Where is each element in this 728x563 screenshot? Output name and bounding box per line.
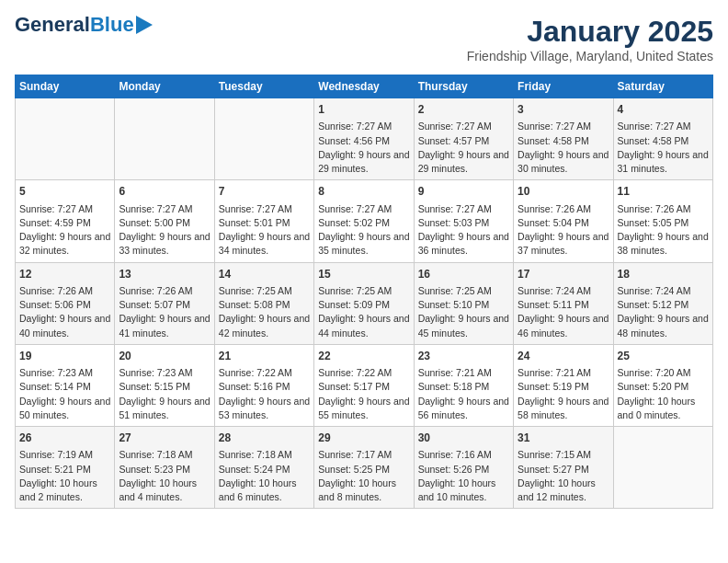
day-info: Daylight: 10 hours and 12 minutes.	[518, 477, 609, 504]
calendar-cell: 26Sunrise: 7:19 AMSunset: 5:21 PMDayligh…	[16, 427, 115, 509]
day-info: Sunrise: 7:21 AM	[518, 366, 609, 380]
page-header: GeneralBlue January 2025 Friendship Vill…	[15, 15, 713, 63]
day-info: Sunset: 4:58 PM	[518, 134, 609, 148]
day-number: 12	[19, 267, 110, 282]
logo-arrow-icon	[136, 16, 153, 34]
day-info: Sunset: 5:05 PM	[618, 216, 709, 230]
day-info: Sunset: 5:16 PM	[219, 380, 310, 394]
day-info: Sunrise: 7:27 AM	[19, 202, 110, 216]
day-number: 1	[318, 102, 409, 118]
day-number: 23	[418, 349, 509, 364]
day-info: Sunrise: 7:23 AM	[19, 366, 110, 380]
calendar-cell: 12Sunrise: 7:26 AMSunset: 5:06 PMDayligh…	[16, 262, 115, 344]
month-title: January 2025	[467, 15, 713, 49]
day-info: Daylight: 9 hours and 38 minutes.	[618, 230, 709, 258]
day-info: Sunrise: 7:20 AM	[618, 366, 709, 380]
calendar-table: SundayMondayTuesdayWednesdayThursdayFrid…	[15, 75, 713, 509]
day-info: Daylight: 9 hours and 31 minutes.	[618, 148, 709, 176]
day-info: Sunrise: 7:25 AM	[318, 284, 409, 298]
calendar-cell: 11Sunrise: 7:26 AMSunset: 5:05 PMDayligh…	[613, 180, 712, 262]
day-info: Sunset: 4:57 PM	[418, 134, 509, 148]
calendar-cell	[613, 427, 712, 509]
day-info: Sunset: 5:12 PM	[618, 298, 709, 312]
day-number: 27	[119, 431, 210, 446]
day-info: Sunrise: 7:23 AM	[119, 366, 210, 380]
day-info: Sunset: 5:09 PM	[318, 298, 409, 312]
day-info: Sunrise: 7:24 AM	[618, 284, 709, 298]
calendar-cell: 30Sunrise: 7:16 AMSunset: 5:26 PMDayligh…	[414, 427, 513, 509]
day-info: Daylight: 10 hours and 2 minutes.	[19, 477, 110, 504]
calendar-cell: 8Sunrise: 7:27 AMSunset: 5:02 PMDaylight…	[314, 180, 414, 262]
day-number: 4	[618, 102, 709, 118]
calendar-cell: 7Sunrise: 7:27 AMSunset: 5:01 PMDaylight…	[214, 180, 313, 262]
logo: GeneralBlue	[15, 15, 153, 35]
week-row-3: 12Sunrise: 7:26 AMSunset: 5:06 PMDayligh…	[16, 262, 713, 344]
day-info: Daylight: 9 hours and 58 minutes.	[518, 395, 609, 422]
day-info: Sunrise: 7:27 AM	[219, 202, 310, 216]
day-header-tuesday: Tuesday	[214, 75, 313, 98]
calendar-cell: 16Sunrise: 7:25 AMSunset: 5:10 PMDayligh…	[414, 262, 513, 344]
day-info: Sunrise: 7:19 AM	[19, 448, 110, 462]
day-info: Sunset: 5:15 PM	[119, 380, 210, 394]
day-info: Daylight: 10 hours and 10 minutes.	[418, 477, 509, 504]
day-info: Sunset: 5:14 PM	[19, 380, 110, 394]
day-number: 29	[318, 431, 409, 446]
calendar-cell: 9Sunrise: 7:27 AMSunset: 5:03 PMDaylight…	[414, 180, 513, 262]
calendar-cell: 31Sunrise: 7:15 AMSunset: 5:27 PMDayligh…	[514, 427, 613, 509]
day-number: 19	[19, 349, 110, 364]
calendar-cell: 17Sunrise: 7:24 AMSunset: 5:11 PMDayligh…	[514, 262, 613, 344]
day-info: Sunset: 5:21 PM	[19, 463, 110, 477]
day-number: 17	[518, 267, 609, 282]
logo-text: GeneralBlue	[15, 15, 134, 35]
day-number: 15	[318, 267, 409, 282]
day-info: Sunrise: 7:22 AM	[318, 366, 409, 380]
day-info: Sunset: 5:19 PM	[518, 380, 609, 394]
day-info: Sunset: 5:18 PM	[418, 380, 509, 394]
calendar-cell: 3Sunrise: 7:27 AMSunset: 4:58 PMDaylight…	[514, 98, 613, 180]
day-info: Sunrise: 7:27 AM	[418, 202, 509, 216]
calendar-cell: 13Sunrise: 7:26 AMSunset: 5:07 PMDayligh…	[115, 262, 214, 344]
day-number: 28	[219, 431, 310, 446]
week-row-2: 5Sunrise: 7:27 AMSunset: 4:59 PMDaylight…	[16, 180, 713, 262]
day-info: Sunrise: 7:17 AM	[318, 448, 409, 462]
calendar-cell: 28Sunrise: 7:18 AMSunset: 5:24 PMDayligh…	[214, 427, 313, 509]
day-info: Sunrise: 7:26 AM	[518, 202, 609, 216]
day-info: Daylight: 9 hours and 36 minutes.	[418, 230, 509, 258]
calendar-cell: 2Sunrise: 7:27 AMSunset: 4:57 PMDaylight…	[414, 98, 513, 180]
day-info: Sunrise: 7:21 AM	[418, 366, 509, 380]
day-info: Sunset: 5:08 PM	[219, 298, 310, 312]
week-row-4: 19Sunrise: 7:23 AMSunset: 5:14 PMDayligh…	[16, 344, 713, 426]
day-header-friday: Friday	[514, 75, 613, 98]
day-info: Daylight: 9 hours and 50 minutes.	[19, 395, 110, 422]
day-info: Daylight: 9 hours and 29 minutes.	[318, 148, 409, 176]
calendar-cell: 15Sunrise: 7:25 AMSunset: 5:09 PMDayligh…	[314, 262, 414, 344]
day-info: Sunrise: 7:25 AM	[418, 284, 509, 298]
day-info: Daylight: 9 hours and 37 minutes.	[518, 230, 609, 258]
calendar-cell: 20Sunrise: 7:23 AMSunset: 5:15 PMDayligh…	[115, 344, 214, 426]
day-info: Sunset: 5:25 PM	[318, 463, 409, 477]
day-number: 18	[618, 267, 709, 282]
day-info: Daylight: 9 hours and 56 minutes.	[418, 395, 509, 422]
day-info: Daylight: 9 hours and 33 minutes.	[119, 230, 210, 258]
day-info: Sunset: 5:00 PM	[119, 216, 210, 230]
location-subtitle: Friendship Village, Maryland, United Sta…	[467, 49, 713, 63]
day-header-wednesday: Wednesday	[314, 75, 414, 98]
calendar-cell: 24Sunrise: 7:21 AMSunset: 5:19 PMDayligh…	[514, 344, 613, 426]
calendar-cell: 14Sunrise: 7:25 AMSunset: 5:08 PMDayligh…	[214, 262, 313, 344]
calendar-cell: 25Sunrise: 7:20 AMSunset: 5:20 PMDayligh…	[613, 344, 712, 426]
day-info: Sunrise: 7:27 AM	[518, 120, 609, 133]
day-info: Sunset: 5:06 PM	[19, 298, 110, 312]
day-number: 14	[219, 267, 310, 282]
day-info: Sunrise: 7:24 AM	[518, 284, 609, 298]
day-info: Daylight: 10 hours and 4 minutes.	[119, 477, 210, 504]
day-info: Sunrise: 7:27 AM	[119, 202, 210, 216]
days-header-row: SundayMondayTuesdayWednesdayThursdayFrid…	[16, 75, 713, 98]
day-info: Sunset: 5:20 PM	[618, 380, 709, 394]
calendar-cell: 21Sunrise: 7:22 AMSunset: 5:16 PMDayligh…	[214, 344, 313, 426]
day-info: Daylight: 9 hours and 46 minutes.	[518, 312, 609, 339]
day-number: 7	[219, 184, 310, 200]
day-header-thursday: Thursday	[414, 75, 513, 98]
day-info: Daylight: 9 hours and 40 minutes.	[19, 312, 110, 339]
day-info: Sunrise: 7:27 AM	[418, 120, 509, 133]
calendar-cell: 10Sunrise: 7:26 AMSunset: 5:04 PMDayligh…	[514, 180, 613, 262]
